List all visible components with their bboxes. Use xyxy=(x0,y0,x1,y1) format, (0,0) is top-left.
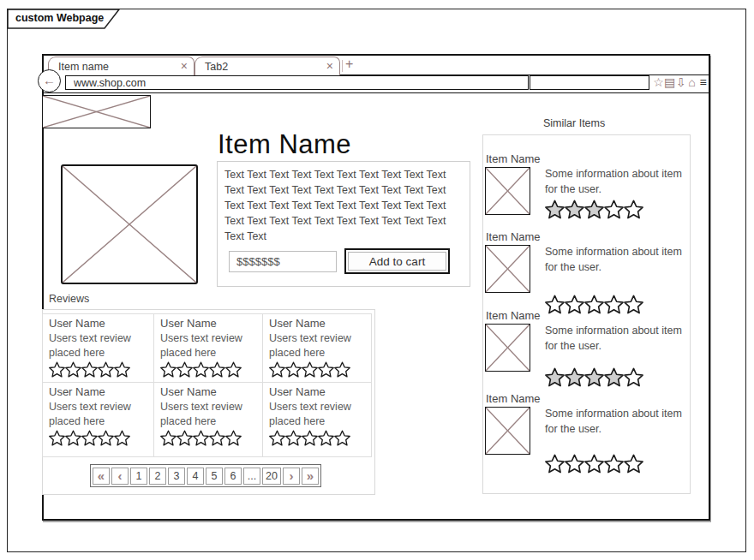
search-input[interactable] xyxy=(530,75,649,90)
tab-close-icon[interactable]: × xyxy=(326,59,333,73)
similar-item[interactable]: Item Name Some information about item fo… xyxy=(485,309,689,387)
similar-item[interactable]: Item Name Some information about item fo… xyxy=(485,392,689,474)
star-icon xyxy=(160,361,177,378)
star-icon xyxy=(318,430,334,446)
similar-items-panel: Item Name Some information about item fo… xyxy=(482,134,691,494)
star-icon xyxy=(65,361,81,378)
rating-stars xyxy=(160,430,256,446)
similar-item-info: Some information about item for the user… xyxy=(545,245,684,275)
star-icon xyxy=(565,454,584,474)
star-icon xyxy=(177,430,193,446)
pagination-prev[interactable]: ‹ xyxy=(111,468,129,485)
logo-placeholder xyxy=(42,95,151,128)
tab-item-name[interactable]: Item name × xyxy=(48,57,194,75)
star-icon xyxy=(565,367,584,387)
pagination-page-2[interactable]: 2 xyxy=(149,468,166,485)
image-cross-icon xyxy=(486,325,530,371)
add-to-cart-button[interactable]: Add to cart xyxy=(344,248,450,274)
back-button[interactable]: ← xyxy=(38,69,61,92)
favorite-star-icon[interactable]: ☆ xyxy=(653,76,664,89)
pagination-page-3[interactable]: 3 xyxy=(168,468,185,485)
download-icon[interactable]: ⇩ xyxy=(675,76,686,89)
rating-stars xyxy=(545,200,684,219)
star-icon xyxy=(584,367,604,387)
pagination-page-4[interactable]: 4 xyxy=(187,468,204,485)
similar-item-image-placeholder xyxy=(485,167,530,215)
similar-item-image-placeholder xyxy=(485,245,530,293)
frame-title: custom Webpage xyxy=(15,12,104,24)
review-text: Users text review placed here xyxy=(49,331,147,360)
star-icon xyxy=(545,200,565,219)
star-icon xyxy=(177,361,193,378)
addressbar-divider xyxy=(42,92,710,93)
pagination-page-5[interactable]: 5 xyxy=(206,468,223,485)
pagination: « ‹ 1 2 3 4 5 6 ... 20 › » xyxy=(90,464,321,487)
star-icon xyxy=(98,430,114,446)
similar-item-image-placeholder xyxy=(485,324,530,372)
product-description-text: Text Text Text Text Text Text Text Text … xyxy=(224,167,465,244)
star-icon xyxy=(285,361,302,378)
star-icon xyxy=(624,367,643,387)
similar-item-info: Some information about item for the user… xyxy=(545,324,684,354)
review-user-name: User Name xyxy=(269,385,365,398)
star-icon xyxy=(545,454,565,474)
star-icon xyxy=(285,430,302,446)
star-icon xyxy=(302,361,318,378)
rating-stars xyxy=(49,430,147,446)
review-text: Users text review placed here xyxy=(160,400,258,428)
star-icon xyxy=(98,361,114,378)
star-icon xyxy=(334,430,350,446)
similar-item[interactable]: Item Name Some information about item fo… xyxy=(485,152,689,219)
star-icon xyxy=(160,430,177,446)
pagination-next[interactable]: › xyxy=(283,468,300,485)
similar-item-image-placeholder xyxy=(485,407,530,455)
review-card: User Name Users text review placed here xyxy=(262,313,372,383)
image-cross-icon xyxy=(43,96,150,128)
star-icon xyxy=(193,430,209,446)
star-icon xyxy=(114,361,130,378)
reviews-heading: Reviews xyxy=(49,293,89,305)
back-arrow-icon: ← xyxy=(43,73,56,87)
star-icon xyxy=(193,361,209,378)
reviews-panel: User Name Users text review placed here … xyxy=(42,309,375,495)
image-cross-icon xyxy=(486,246,530,292)
tab-close-icon[interactable]: × xyxy=(181,59,188,73)
pagination-page-1[interactable]: 1 xyxy=(130,468,147,485)
url-input[interactable] xyxy=(65,75,529,90)
similar-item-name: Item Name xyxy=(486,392,689,405)
rating-stars xyxy=(269,361,365,378)
tab-tab2[interactable]: Tab2 × xyxy=(194,57,340,75)
menu-icon[interactable]: ≡ xyxy=(697,76,709,89)
star-icon xyxy=(65,430,81,446)
review-text: Users text review placed here xyxy=(49,400,147,428)
reading-list-icon[interactable]: ▤ xyxy=(664,76,675,89)
image-cross-icon xyxy=(63,166,196,283)
star-icon xyxy=(565,200,584,219)
star-icon xyxy=(209,361,225,378)
review-card: User Name Users text review placed here xyxy=(42,313,154,383)
star-icon xyxy=(624,200,643,219)
star-icon xyxy=(584,200,604,219)
pagination-page-6[interactable]: 6 xyxy=(224,468,242,485)
review-text: Users text review placed here xyxy=(269,331,367,360)
star-icon xyxy=(81,430,98,446)
product-image-placeholder xyxy=(61,164,198,284)
rating-stars xyxy=(545,454,684,474)
home-icon[interactable]: ⌂ xyxy=(686,76,697,89)
page-title: Item Name xyxy=(218,129,351,160)
pagination-first[interactable]: « xyxy=(93,468,110,485)
pagination-last[interactable]: » xyxy=(302,468,319,485)
new-tab-button[interactable]: + xyxy=(345,57,353,72)
star-icon xyxy=(114,430,130,446)
pagination-ellipsis[interactable]: ... xyxy=(243,468,260,485)
star-icon xyxy=(604,454,624,474)
similar-item[interactable]: Item Name Some information about item fo… xyxy=(485,230,689,314)
review-text: Users text review placed here xyxy=(160,331,258,360)
star-icon xyxy=(269,361,285,378)
review-user-name: User Name xyxy=(269,317,365,330)
star-icon xyxy=(225,430,242,446)
pagination-page-20[interactable]: 20 xyxy=(262,468,281,485)
similar-item-info: Some information about item for the user… xyxy=(545,167,684,197)
rating-stars xyxy=(545,367,684,387)
price-input[interactable] xyxy=(229,251,337,272)
